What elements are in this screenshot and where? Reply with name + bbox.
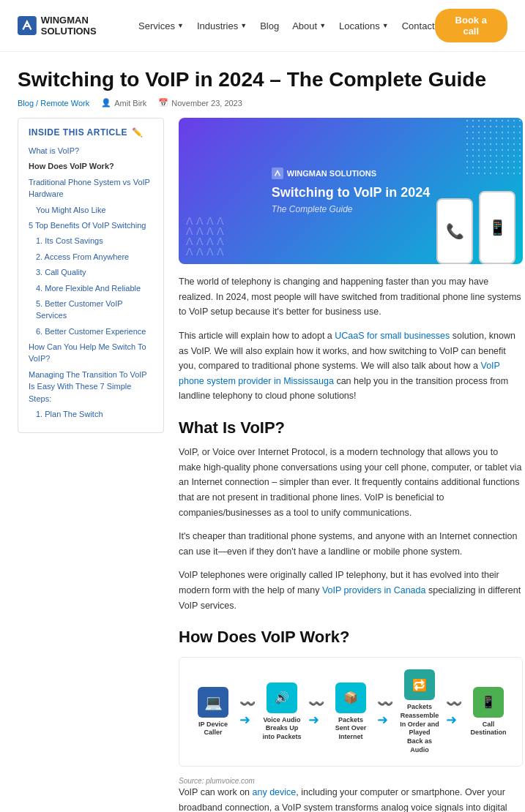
what-is-voip-p2: It's cheaper than traditional phone syst… [179, 529, 523, 559]
toc-link[interactable]: 2. Access From Anywhere [36, 252, 129, 261]
table-of-contents: INSIDE THIS ARTICLE ✏️ What is VoIP? How… [18, 118, 164, 433]
diagram-label-2: Voice AudioBreaks Upinto Packets [262, 716, 301, 742]
nav-locations[interactable]: Locations ▼ [339, 20, 389, 31]
svg-rect-1 [272, 168, 283, 179]
hero-phones-decoration: 📞 📱 [436, 191, 515, 264]
diagram-label-4: Packets ReassembleIn Order and PlayedBac… [398, 703, 442, 754]
toc-link[interactable]: How Can You Help Me Switch To VoIP? [29, 342, 146, 363]
toc-link[interactable]: 4. More Flexible And Reliable [36, 284, 141, 293]
article-title: Switching to VoIP in 2024 – The Complete… [18, 67, 494, 92]
list-item: Managing The Transition To VoIP Is Easy … [29, 369, 153, 405]
ucaas-link[interactable]: UCaaS for small businesses [335, 331, 450, 341]
voip-providers-link[interactable]: VoIP providers in Canada [322, 585, 426, 595]
toc-link[interactable]: Traditional Phone System vs VoIP Hardwar… [29, 178, 150, 198]
list-item: 1. Its Cost Savings [29, 235, 153, 247]
list-item: What is VoIP? [29, 145, 153, 157]
author-info: 👤 Amit Birk [101, 98, 146, 108]
how-voip-works-heading: How Does VoIP Work? [179, 628, 523, 647]
toc-link[interactable]: 3. Call Quality [36, 268, 86, 277]
arrow-icon: 〰️➜ [239, 696, 256, 728]
arrow-icon-2: 〰️➜ [308, 696, 324, 728]
list-item: 5 Top Benefits Of VoIP Switching [29, 219, 153, 231]
diagram-step-4: 🔁 Packets ReassembleIn Order and PlayedB… [398, 669, 442, 754]
hero-image: WINGMAN SOLUTIONS Switching to VoIP in 2… [179, 118, 523, 264]
list-item: 3. Call Quality [29, 266, 153, 278]
page-wrap: Switching to VoIP in 2024 – The Complete… [0, 67, 525, 812]
nav-industries[interactable]: Industries ▼ [197, 20, 247, 31]
list-item: You Might Also Like [29, 204, 153, 216]
mobile-icon: 📱 [479, 191, 515, 264]
diagram-label-5: CallDestination [470, 721, 506, 737]
book-call-button[interactable]: Book a call [435, 9, 508, 42]
toc-title: INSIDE THIS ARTICLE ✏️ [29, 127, 153, 138]
article-main: WINGMAN SOLUTIONS Switching to VoIP in 2… [179, 118, 523, 812]
voip-diagram: 💻 IP DeviceCaller 〰️➜ 🔊 Voice AudioBreak… [179, 657, 523, 767]
phone-icon: 📞 [436, 198, 473, 264]
chevrons-decoration: ᐱ ᐱ ᐱ ᐱᐱ ᐱ ᐱ ᐱᐱ ᐱ ᐱ ᐱᐱ ᐱ ᐱ ᐱ [186, 216, 224, 257]
nav-blog[interactable]: Blog [260, 20, 279, 31]
what-is-voip-p3: VoIP telephones were originally called I… [179, 568, 523, 613]
toc-link[interactable]: 1. Its Cost Savings [36, 236, 103, 245]
pencil-icon: ✏️ [132, 127, 144, 138]
dots-decoration [464, 118, 523, 176]
chevron-down-icon: ▼ [240, 22, 247, 29]
list-item: Traditional Phone System vs VoIP Hardwar… [29, 176, 153, 200]
hero-logo: WINGMAN SOLUTIONS [272, 168, 430, 179]
diagram-label-1: IP DeviceCaller [198, 721, 228, 737]
toc-link[interactable]: What is VoIP? [29, 146, 79, 155]
toc-link[interactable]: 5. Better Customer VoIP Services [36, 299, 122, 320]
list-item: 4. More Flexible And Reliable [29, 282, 153, 294]
toc-link[interactable]: How Does VoIP Work? [29, 162, 114, 170]
what-is-voip-p1: VoIP, or Voice over Internet Protocol, i… [179, 445, 523, 520]
chevron-down-icon: ▼ [319, 22, 326, 29]
nav-services[interactable]: Services ▼ [138, 20, 184, 31]
intro-paragraph-1: The world of telephony is changing and h… [179, 274, 523, 320]
diagram-label-3: PacketsSent OverInternet [335, 716, 367, 742]
diagram-source: Source: plumvoice.com [179, 777, 523, 785]
calendar-icon: 📅 [158, 98, 168, 108]
toc-link[interactable]: 1. Plan The Switch [36, 410, 103, 418]
list-item: 2. Access From Anywhere [29, 251, 153, 263]
call-destination-icon: 📱 [473, 687, 504, 718]
date-info: 📅 November 23, 2023 [158, 98, 242, 108]
diagram-step-3: 📦 PacketsSent OverInternet [329, 683, 373, 742]
arrow-icon-3: 〰️➜ [377, 696, 393, 728]
list-item: 5. Better Customer VoIP Services [29, 298, 153, 322]
list-item: How Does VoIP Work? [29, 160, 153, 172]
list-item: 6. Better Customer Experience [29, 326, 153, 337]
reassemble-icon: 🔁 [404, 669, 435, 700]
voip-work-p1: VoIP can work on any device, including y… [179, 785, 523, 812]
toc-link[interactable]: You Might Also Like [36, 206, 106, 214]
list-item: How Can You Help Me Switch To VoIP? [29, 341, 153, 365]
list-item: 1. Plan The Switch [29, 408, 153, 420]
toc-list: What is VoIP? How Does VoIP Work? Tradit… [29, 145, 153, 420]
ip-device-icon: 💻 [198, 687, 228, 718]
toc-link[interactable]: 5 Top Benefits Of VoIP Switching [29, 221, 146, 230]
intro-paragraph-2: This article will explain how to adopt a… [179, 328, 523, 404]
arrow-icon-4: 〰️➜ [446, 696, 462, 728]
what-is-voip-heading: What Is VoIP? [179, 418, 523, 437]
chevron-down-icon: ▼ [382, 22, 389, 29]
article-meta: Blog / Remote Work 👤 Amit Birk 📅 Novembe… [18, 98, 507, 108]
article-body: INSIDE THIS ARTICLE ✏️ What is VoIP? How… [18, 118, 507, 812]
voice-audio-icon: 🔊 [267, 683, 297, 713]
packets-icon: 📦 [335, 683, 366, 713]
hero-content: WINGMAN SOLUTIONS Switching to VoIP in 2… [257, 153, 444, 229]
diagram-step-2: 🔊 Voice AudioBreaks Upinto Packets [260, 683, 304, 742]
sidebar: INSIDE THIS ARTICLE ✏️ What is VoIP? How… [18, 118, 164, 812]
navbar: WINGMAN SOLUTIONS Services ▼ Industries … [0, 0, 525, 52]
person-icon: 👤 [101, 98, 111, 108]
chevron-down-icon: ▼ [177, 22, 184, 29]
nav-contact[interactable]: Contact [402, 20, 435, 31]
diagram-step-1: 💻 IP DeviceCaller [191, 687, 235, 737]
toc-link[interactable]: Managing The Transition To VoIP Is Easy … [29, 370, 146, 403]
diagram-step-5: 📱 CallDestination [466, 687, 510, 737]
toc-link[interactable]: 6. Better Customer Experience [36, 327, 146, 336]
logo[interactable]: WINGMAN SOLUTIONS [18, 15, 138, 37]
breadcrumb: Blog / Remote Work [18, 99, 89, 108]
any-device-link[interactable]: any device [253, 787, 297, 797]
nav-links: Services ▼ Industries ▼ Blog About ▼ Loc… [138, 20, 434, 31]
nav-about[interactable]: About ▼ [292, 20, 326, 31]
